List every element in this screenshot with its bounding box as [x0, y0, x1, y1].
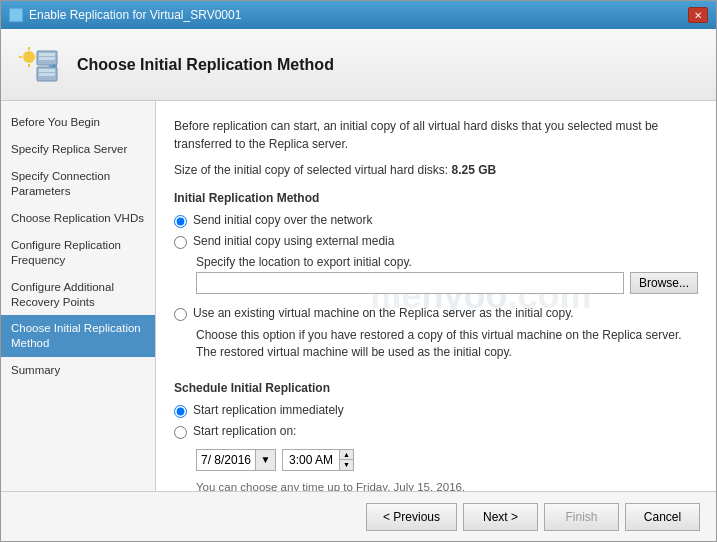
disk-size-value: 8.25 GB [451, 163, 496, 177]
radio-scheduled-row: Start replication on: [174, 424, 698, 439]
browse-button[interactable]: Browse... [630, 272, 698, 294]
next-button[interactable]: Next > [463, 503, 538, 531]
title-bar-left: Enable Replication for Virtual_SRV0001 [9, 8, 241, 22]
existing-helper-text: Choose this option if you have restored … [196, 327, 698, 361]
radio-immediate-label[interactable]: Start replication immediately [193, 403, 344, 417]
sidebar-item-specify-replica-server[interactable]: Specify Replica Server [1, 136, 155, 163]
initial-replication-radio-group: Send initial copy over the network Send … [174, 213, 698, 371]
sidebar-item-summary[interactable]: Summary [1, 357, 155, 384]
window-title: Enable Replication for Virtual_SRV0001 [29, 8, 241, 22]
initial-replication-section-title: Initial Replication Method [174, 191, 698, 205]
sidebar-item-choose-replication-vhds[interactable]: Choose Replication VHDs [1, 205, 155, 232]
export-input-row: Browse... [196, 272, 698, 294]
schedule-radio-group: Start replication immediately Start repl… [174, 403, 698, 491]
radio-external[interactable] [174, 236, 187, 249]
date-time-row: 7/ 8/2016 ▼ 3:00 AM ▲ ▼ [196, 449, 698, 471]
close-button[interactable]: ✕ [688, 7, 708, 23]
radio-scheduled[interactable] [174, 426, 187, 439]
content-inner: Before replication can start, an initial… [174, 117, 698, 491]
sidebar-item-specify-connection-parameters[interactable]: Specify Connection Parameters [1, 163, 155, 205]
disk-size-text: Size of the initial copy of selected vir… [174, 163, 698, 177]
svg-point-0 [23, 51, 35, 63]
page-title: Choose Initial Replication Method [77, 56, 334, 74]
export-path-input[interactable] [196, 272, 624, 294]
svg-rect-6 [39, 53, 55, 56]
finish-button[interactable]: Finish [544, 503, 619, 531]
radio-existing[interactable] [174, 308, 187, 321]
sidebar-item-before-you-begin[interactable]: Before You Begin [1, 109, 155, 136]
svg-rect-10 [39, 73, 55, 76]
radio-network-row: Send initial copy over the network [174, 213, 698, 228]
footer: < Previous Next > Finish Cancel [1, 491, 716, 541]
radio-immediate-row: Start replication immediately [174, 403, 698, 418]
schedule-section: Schedule Initial Replication Start repli… [174, 381, 698, 491]
intro-text: Before replication can start, an initial… [174, 117, 698, 153]
time-up-button[interactable]: ▲ [340, 450, 353, 461]
radio-network-label[interactable]: Send initial copy over the network [193, 213, 372, 227]
sidebar-item-configure-additional-recovery-points[interactable]: Configure Additional Recovery Points [1, 274, 155, 316]
radio-existing-label[interactable]: Use an existing virtual machine on the R… [193, 306, 574, 320]
radio-existing-row: Use an existing virtual machine on the R… [174, 306, 698, 321]
time-down-button[interactable]: ▼ [340, 460, 353, 470]
sidebar: Before You Begin Specify Replica Server … [1, 101, 156, 491]
export-location-label: Specify the location to export initial c… [196, 255, 698, 269]
header: Choose Initial Replication Method [1, 29, 716, 101]
svg-rect-9 [39, 69, 55, 72]
export-location-row: Specify the location to export initial c… [196, 255, 698, 294]
content-area: filehyoo.com Before replication can star… [156, 101, 716, 491]
choose-hint: You can choose any time up to Friday, Ju… [196, 481, 698, 491]
window-icon [9, 8, 23, 22]
main-content: Before You Begin Specify Replica Server … [1, 101, 716, 491]
cancel-button[interactable]: Cancel [625, 503, 700, 531]
sidebar-item-choose-initial-replication-method[interactable]: Choose Initial Replication Method [1, 315, 155, 357]
svg-rect-7 [39, 57, 55, 60]
radio-scheduled-label[interactable]: Start replication on: [193, 424, 296, 438]
radio-external-label[interactable]: Send initial copy using external media [193, 234, 394, 248]
schedule-section-title: Schedule Initial Replication [174, 381, 698, 395]
radio-immediate[interactable] [174, 405, 187, 418]
calendar-button[interactable]: ▼ [255, 450, 275, 470]
time-input-box[interactable]: 3:00 AM ▲ ▼ [282, 449, 354, 471]
main-window: Enable Replication for Virtual_SRV0001 ✕ [0, 0, 717, 542]
time-spinner: ▲ ▼ [339, 450, 353, 470]
header-icons [17, 43, 65, 87]
previous-button[interactable]: < Previous [366, 503, 457, 531]
radio-external-row: Send initial copy using external media [174, 234, 698, 249]
title-bar: Enable Replication for Virtual_SRV0001 ✕ [1, 1, 716, 29]
time-value: 3:00 AM [283, 451, 339, 469]
server-icon [17, 43, 65, 87]
radio-network[interactable] [174, 215, 187, 228]
sidebar-item-configure-replication-frequency[interactable]: Configure Replication Frequency [1, 232, 155, 274]
date-value: 7/ 8/2016 [197, 451, 255, 469]
date-input-box[interactable]: 7/ 8/2016 ▼ [196, 449, 276, 471]
